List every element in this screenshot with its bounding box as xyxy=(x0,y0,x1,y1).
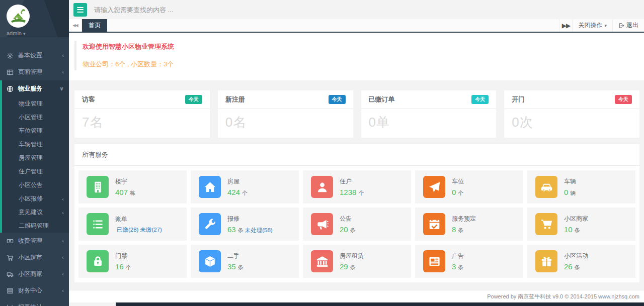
welcome-quote: 欢迎使用智慧小区物业管理系统 物业公司：6个 , 小区数量：3个 xyxy=(74,41,636,70)
service-tile-value: 已缴(28)未缴(27) xyxy=(115,226,162,234)
sidebar-item-label: 页面管理 xyxy=(18,68,42,76)
sidebar-item-页面管理[interactable]: 页面管理‹ xyxy=(0,64,69,80)
service-tile-link[interactable]: 未缴(27) xyxy=(140,227,162,233)
search-input[interactable] xyxy=(94,6,305,14)
services-panel-title: 所有服务 xyxy=(74,144,639,166)
service-tile-number: 1238 xyxy=(340,188,356,196)
sidebar-subitem-label: 小区公告 xyxy=(19,181,43,189)
sidebar-item-财务中心[interactable]: 财务中心‹ xyxy=(0,282,69,299)
service-tile-广告[interactable]: 广告3条 xyxy=(415,245,523,278)
service-tile-label: 房屋 xyxy=(227,177,248,186)
topbar xyxy=(69,0,644,19)
service-tile-number: 63 xyxy=(227,225,236,234)
newspaper-icon xyxy=(423,250,445,272)
service-tile-text: 车位0个 xyxy=(452,177,464,197)
service-tile-住户[interactable]: 住户1238个 xyxy=(303,170,411,203)
service-tile-value: 0个 xyxy=(452,188,464,197)
sidebar-submenu: 物业管理小区管理车位管理车辆管理房屋管理住户管理小区公告小区报修‹意见建议‹二维… xyxy=(2,97,69,233)
service-tile-二手[interactable]: 二手35条 xyxy=(191,245,299,278)
sidebar-subitem-车位管理[interactable]: 车位管理 xyxy=(2,124,69,138)
service-tile-报修[interactable]: 报修63条未处理(58) xyxy=(191,208,299,241)
sidebar-subitem-住户管理[interactable]: 住户管理 xyxy=(2,165,69,178)
sidebar-subitem-意见建议[interactable]: 意见建议‹ xyxy=(2,206,69,219)
service-tile-unit: 条 xyxy=(575,264,580,270)
service-tile-车位[interactable]: 车位0个 xyxy=(415,170,523,203)
user-menu[interactable]: admin ▾ xyxy=(7,30,69,36)
sidebar-subitem-小区管理[interactable]: 小区管理 xyxy=(2,111,69,124)
sidebar-subitem-小区公告[interactable]: 小区公告 xyxy=(2,178,69,192)
bottom-edge-strip xyxy=(116,302,644,306)
service-tile-门禁[interactable]: 门禁16个 xyxy=(78,245,187,278)
service-tile-link[interactable]: 已缴(28) xyxy=(117,227,138,233)
service-tile-unit: 个 xyxy=(242,190,248,196)
tab-home[interactable]: 首页 xyxy=(82,19,107,32)
service-tile-text: 房屋424个 xyxy=(227,177,248,197)
service-tile-link[interactable]: 未处理(58) xyxy=(245,227,273,233)
service-tile-label: 小区商家 xyxy=(564,215,588,223)
service-tile-label: 服务预定 xyxy=(452,215,476,223)
sidebar-subitem-label: 二维码管理 xyxy=(19,222,49,230)
car-icon xyxy=(535,176,557,198)
sidebar-item-物业服务[interactable]: 物业服务∨ xyxy=(2,80,69,97)
service-tile-unit: 条 xyxy=(238,227,244,233)
app-window: admin ▾ 基本设置‹页面管理‹物业服务∨物业管理小区管理车位管理车辆管理房… xyxy=(0,0,644,306)
building-icon xyxy=(87,176,109,198)
sidebar-item-收费管理[interactable]: 收费管理‹ xyxy=(0,233,69,249)
service-tile-公告[interactable]: 公告20条 xyxy=(303,208,411,241)
backward-icon: ◀◀ xyxy=(72,23,77,28)
gear-icon xyxy=(7,52,14,59)
service-tile-unit: 条 xyxy=(458,264,463,270)
close-operations-dropdown[interactable]: 关闭操作 ▾ xyxy=(572,19,612,32)
service-tile-车辆[interactable]: 车辆0辆 xyxy=(527,170,635,203)
service-tile-楼宇[interactable]: 楼宇407栋 xyxy=(78,170,187,203)
stat-card-value: 7名 xyxy=(74,109,210,138)
tab-scroll-left-button[interactable]: ◀◀ xyxy=(69,19,82,32)
bank-icon xyxy=(311,250,333,272)
service-tile-text: 小区商家10条 xyxy=(564,215,588,234)
content-spacer xyxy=(69,282,644,290)
service-tile-text: 二手35条 xyxy=(227,252,244,271)
layers-icon xyxy=(7,287,14,294)
service-tile-label: 广告 xyxy=(452,252,464,260)
service-tile-小区活动[interactable]: 小区活动26条 xyxy=(527,245,635,278)
sidebar-group-5: 小区商家‹ xyxy=(0,266,69,282)
stat-card-value: 0名 xyxy=(218,109,353,138)
service-tile-账单[interactable]: 账单已缴(28)未缴(27) xyxy=(78,208,187,241)
service-tile-房屋租赁[interactable]: 房屋租赁29条 xyxy=(303,245,411,278)
tab-scroll-right-button[interactable]: ▶▶ xyxy=(559,19,572,32)
chevron-left-icon: ‹ xyxy=(62,271,64,277)
sidebar-subitem-label: 房屋管理 xyxy=(19,154,43,162)
service-tile-value: 3条 xyxy=(452,262,464,271)
service-tile-value: 20条 xyxy=(340,225,356,234)
sidebar-group-6: 财务中心‹ xyxy=(0,282,69,299)
sidebar-item-报表统计[interactable]: 报表统计‹ xyxy=(0,299,69,306)
logout-button[interactable]: 退出 xyxy=(612,19,644,32)
sidebar-subitem-物业管理[interactable]: 物业管理 xyxy=(2,97,69,111)
sidebar-subitem-二维码管理[interactable]: 二维码管理 xyxy=(2,219,69,233)
avatar[interactable] xyxy=(7,5,30,28)
stat-card-title: 访客 xyxy=(82,95,95,104)
services-grid: 楼宇407栋房屋424个住户1238个车位0个车辆0辆账单已缴(28)未缴(27… xyxy=(74,166,639,282)
sidebar-subitem-车辆管理[interactable]: 车辆管理 xyxy=(2,138,69,151)
sidebar-item-小区超市[interactable]: 小区超市‹ xyxy=(0,249,69,266)
stat-card-title: 开门 xyxy=(512,95,525,104)
service-tile-label: 二手 xyxy=(227,252,244,260)
service-tile-房屋[interactable]: 房屋424个 xyxy=(191,170,299,203)
sidebar-item-小区商家[interactable]: 小区商家‹ xyxy=(0,266,69,282)
sidebar-item-基本设置[interactable]: 基本设置‹ xyxy=(0,47,69,64)
status-badge: 今天 xyxy=(471,95,489,104)
service-tile-number: 35 xyxy=(227,262,236,271)
service-tile-小区商家[interactable]: 小区商家10条 xyxy=(527,208,635,241)
sidebar-subitem-label: 小区管理 xyxy=(19,113,43,122)
logout-label: 退出 xyxy=(626,21,638,30)
service-tile-unit: 条 xyxy=(350,227,356,233)
menu-toggle-button[interactable] xyxy=(73,3,87,17)
sign-out-icon xyxy=(618,23,624,29)
gift-icon xyxy=(535,250,557,272)
sidebar-subitem-小区报修[interactable]: 小区报修‹ xyxy=(2,192,69,206)
sidebar-subitem-房屋管理[interactable]: 房屋管理 xyxy=(2,151,69,165)
service-tile-unit: 个 xyxy=(458,190,463,196)
stat-card-title: 已缴订单 xyxy=(369,95,395,104)
service-tile-服务预定[interactable]: 服务预定8条 xyxy=(415,208,523,241)
lock-icon xyxy=(87,250,109,272)
